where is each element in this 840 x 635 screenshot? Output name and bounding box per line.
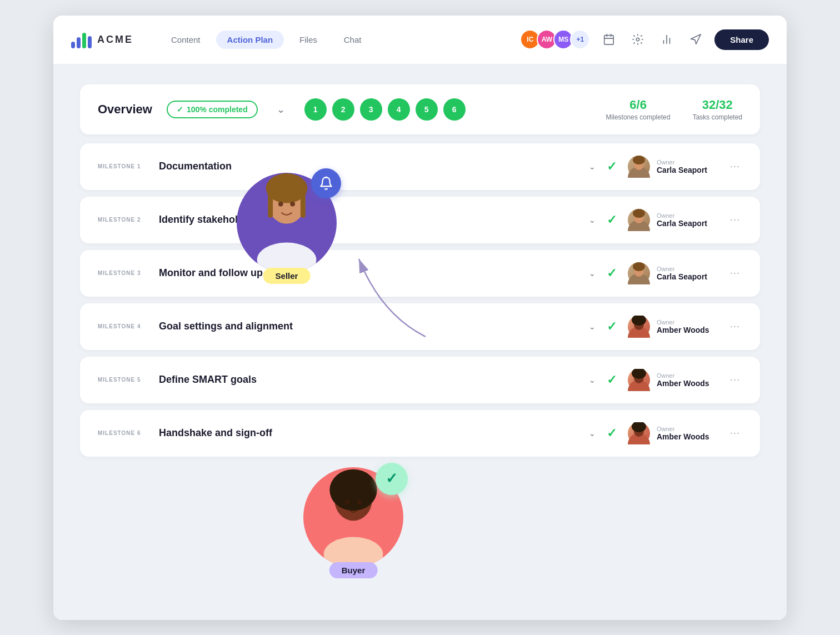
owner-name-3: Carla Seaport	[657, 272, 707, 281]
milestone-card-6: MILESTONE 6 Handshake and sign-off ⌄ ✓ O…	[80, 410, 760, 457]
overview-card: Overview ✓ 100% completed ⌄ 1 2 3 4 5 6 …	[80, 84, 760, 134]
milestone-dot-6[interactable]: 6	[443, 98, 466, 121]
buyer-label: Buyer	[329, 562, 378, 578]
avatar-group: IC AW MS +1	[520, 29, 590, 49]
svg-point-39	[324, 537, 383, 567]
milestones-value: 6/6	[606, 98, 671, 112]
svg-point-22	[632, 369, 646, 379]
owner-name-5: Amber Woods	[657, 379, 709, 388]
svg-point-41	[357, 500, 362, 504]
more-button-1[interactable]: ···	[728, 161, 742, 172]
milestone-card-1: MILESTONE 1 Documentation ⌄ ✓ Owner Carl…	[80, 143, 760, 190]
owner-name-1: Carla Seaport	[657, 166, 707, 174]
owner-section-1: Owner Carla Seaport	[628, 156, 717, 178]
owner-info-5: Owner Amber Woods	[657, 372, 709, 388]
milestone-check-3: ✓	[607, 266, 617, 281]
logo-bar-3	[82, 33, 86, 48]
milestone-expand-5[interactable]: ⌄	[589, 376, 596, 384]
svg-point-4	[637, 38, 640, 41]
chart-icon[interactable]	[657, 29, 677, 49]
svg-point-25	[632, 422, 646, 432]
avatar-plus[interactable]: +1	[570, 29, 590, 49]
overview-chevron[interactable]: ⌄	[271, 99, 291, 119]
milestone-tag-6: MILESTONE 6	[98, 430, 148, 436]
milestone-list: MILESTONE 1 Documentation ⌄ ✓ Owner Carl…	[80, 143, 760, 457]
milestone-title-3: Monitor and follow up	[159, 267, 573, 279]
milestone-dot-4[interactable]: 4	[388, 98, 410, 121]
completed-badge: ✓ 100% completed	[167, 101, 258, 118]
milestone-dot-2[interactable]: 2	[332, 98, 354, 121]
owner-avatar-amber	[628, 316, 650, 338]
more-button-4[interactable]: ···	[728, 321, 742, 332]
milestones-label: Milestones completed	[606, 113, 671, 121]
svg-point-10	[633, 156, 645, 164]
owner-name-6: Amber Woods	[657, 432, 709, 441]
milestone-card-3: MILESTONE 3 Monitor and follow up ⌄ ✓ Ow…	[80, 250, 760, 297]
logo-bar-2	[77, 37, 81, 48]
nav-item-chat[interactable]: Chat	[333, 31, 373, 49]
owner-section-6: Owner Amber Woods	[628, 422, 717, 444]
svg-point-19	[632, 316, 646, 326]
check-badge: ✓	[376, 463, 408, 495]
milestone-title-4: Goal settings and alignment	[159, 321, 573, 332]
tasks-value: 32/32	[693, 98, 742, 112]
buyer-bubble: ✓ Buyer	[303, 467, 403, 567]
milestone-card-4: MILESTONE 4 Goal settings and alignment …	[80, 303, 760, 350]
main-content: Overview ✓ 100% completed ⌄ 1 2 3 4 5 6 …	[53, 64, 787, 620]
overview-label: Overview	[98, 102, 153, 117]
svg-point-40	[345, 500, 349, 504]
svg-point-37	[329, 469, 377, 511]
owner-info-6: Owner Amber Woods	[657, 426, 709, 441]
milestone-title-1: Documentation	[159, 161, 573, 172]
share-button[interactable]: Share	[714, 29, 769, 50]
svg-point-16	[633, 262, 645, 271]
milestone-tag-2: MILESTONE 2	[98, 217, 148, 223]
milestone-check-5: ✓	[607, 373, 617, 387]
owner-avatar-carla	[628, 156, 650, 178]
logo-bar-1	[71, 42, 75, 48]
milestone-tag-3: MILESTONE 3	[98, 270, 148, 276]
owner-info-3: Owner Carla Seaport	[657, 266, 707, 281]
main-nav: Content Action Plan Files Chat	[160, 31, 520, 49]
more-button-6[interactable]: ···	[728, 427, 742, 439]
app-window: ACME Content Action Plan Files Chat IC A…	[53, 16, 787, 620]
completed-text: 100% completed	[187, 105, 248, 114]
more-button-3[interactable]: ···	[728, 267, 742, 279]
milestone-dot-1[interactable]: 1	[304, 98, 327, 121]
logo: ACME	[71, 31, 133, 48]
milestone-expand-1[interactable]: ⌄	[589, 162, 596, 171]
owner-avatar-amber	[628, 369, 650, 391]
buyer-person-svg	[309, 467, 398, 567]
logo-name: ACME	[97, 34, 133, 46]
milestone-check-2: ✓	[607, 213, 617, 227]
settings-icon[interactable]	[628, 29, 648, 49]
owner-label-1: Owner	[657, 159, 707, 166]
milestone-dot-5[interactable]: 5	[416, 98, 438, 121]
more-button-5[interactable]: ···	[728, 374, 742, 386]
owner-section-3: Owner Carla Seaport	[628, 262, 717, 284]
owner-label-6: Owner	[657, 426, 709, 432]
nav-item-action-plan[interactable]: Action Plan	[216, 31, 284, 49]
milestone-dot-3[interactable]: 3	[360, 98, 382, 121]
milestone-expand-6[interactable]: ⌄	[589, 429, 596, 438]
tasks-label: Tasks completed	[693, 113, 742, 121]
tasks-stat: 32/32 Tasks completed	[693, 98, 742, 121]
milestone-expand-4[interactable]: ⌄	[589, 322, 596, 331]
owner-info-4: Owner Amber Woods	[657, 319, 709, 334]
nav-item-files[interactable]: Files	[288, 31, 328, 49]
milestone-check-4: ✓	[607, 319, 617, 334]
calendar-icon[interactable]	[599, 29, 619, 49]
owner-section-4: Owner Amber Woods	[628, 316, 717, 338]
more-button-2[interactable]: ···	[728, 214, 742, 226]
overview-stats: 6/6 Milestones completed 32/32 Tasks com…	[606, 98, 742, 121]
owner-section-5: Owner Amber Woods	[628, 369, 717, 391]
owner-label-5: Owner	[657, 372, 709, 379]
svg-rect-38	[333, 539, 373, 567]
owner-section-2: Owner Carla Seaport	[628, 209, 717, 231]
nav-item-content[interactable]: Content	[160, 31, 212, 49]
milestone-card-2: MILESTONE 2 Identify stakeholders ⌄ ✓ Ow…	[80, 197, 760, 243]
announcement-icon[interactable]	[686, 29, 706, 49]
milestone-expand-3[interactable]: ⌄	[589, 269, 596, 278]
milestone-check-6: ✓	[607, 426, 617, 441]
milestone-expand-2[interactable]: ⌄	[589, 216, 596, 224]
